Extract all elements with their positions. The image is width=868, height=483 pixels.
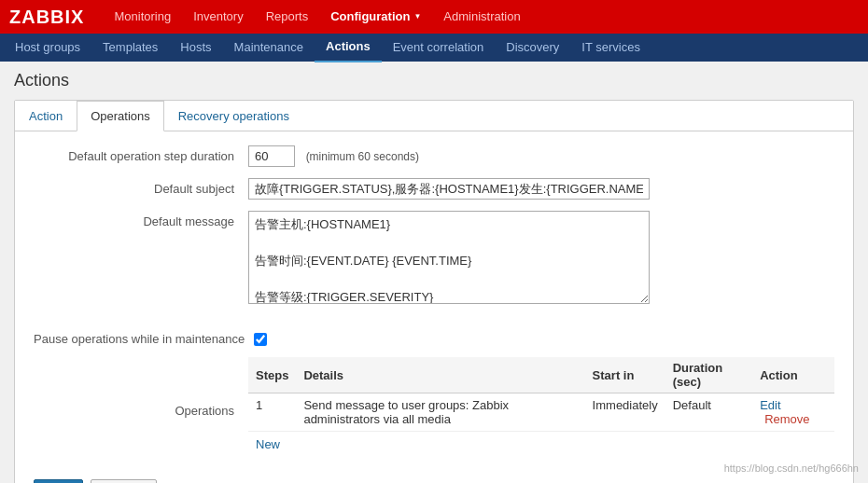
subnav-actions[interactable]: Actions — [315, 33, 382, 62]
subnav-templates[interactable]: Templates — [91, 34, 169, 62]
operations-section: Operations Steps Details Start in Durati… — [34, 357, 834, 461]
nav-monitoring[interactable]: Monitoring — [103, 0, 182, 34]
col-details: Details — [296, 357, 584, 393]
pause-row: Pause operations while in maintenance — [15, 332, 853, 346]
cancel-button[interactable]: Cancel — [91, 479, 156, 483]
duration-input[interactable] — [248, 145, 295, 167]
row-duration: Default — [665, 393, 752, 432]
subject-control — [248, 178, 834, 200]
main-card: Action Operations Recovery operations De… — [14, 100, 854, 483]
watermark: https://blog.csdn.net/hg666hn — [724, 462, 859, 474]
ops-label-row: Operations Steps Details Start in Durati… — [34, 357, 834, 461]
col-action: Action — [752, 357, 834, 393]
new-operation-link[interactable]: New — [248, 437, 280, 451]
message-label: Default message — [34, 211, 248, 228]
operations-table: Steps Details Start in Duration (sec) Ac… — [248, 357, 834, 432]
col-steps: Steps — [248, 357, 296, 393]
tab-operations[interactable]: Operations — [77, 101, 164, 131]
subnav-discovery[interactable]: Discovery — [495, 34, 570, 62]
col-duration: Duration (sec) — [665, 357, 752, 393]
col-start-in: Start in — [585, 357, 665, 393]
subject-row: Default subject — [34, 178, 834, 200]
nav-configuration[interactable]: Configuration — [319, 0, 432, 34]
form-body: Default operation step duration (minimum… — [15, 131, 853, 332]
message-textarea[interactable] — [248, 211, 650, 304]
nav-inventory[interactable]: Inventory — [182, 0, 254, 34]
tab-action[interactable]: Action — [15, 101, 77, 131]
pause-checkbox[interactable] — [254, 333, 267, 346]
duration-label: Default operation step duration — [34, 145, 248, 163]
subnav-hosts[interactable]: Hosts — [169, 34, 222, 62]
nav-reports[interactable]: Reports — [255, 0, 320, 34]
top-bar: ZABBIX Monitoring Inventory Reports Conf… — [0, 0, 868, 34]
message-row: Default message — [34, 211, 834, 307]
row-actions: Edit Remove — [752, 393, 834, 432]
duration-control: (minimum 60 seconds) — [248, 145, 834, 167]
tab-bar: Action Operations Recovery operations — [15, 101, 853, 131]
add-button[interactable]: Add — [34, 479, 83, 483]
ops-table-wrapper: Steps Details Start in Duration (sec) Ac… — [248, 357, 834, 461]
pause-label: Pause operations while in maintenance — [34, 332, 245, 346]
remove-link[interactable]: Remove — [764, 412, 809, 426]
row-step: 1 — [248, 393, 296, 432]
row-details: Send message to user groups: Zabbix admi… — [296, 393, 584, 432]
top-nav: Monitoring Inventory Reports Configurati… — [103, 0, 531, 34]
subject-label: Default subject — [34, 178, 248, 196]
logo: ZABBIX — [9, 7, 84, 28]
ops-label: Operations — [34, 400, 248, 418]
page-title: Actions — [14, 71, 854, 90]
duration-hint: (minimum 60 seconds) — [306, 150, 419, 163]
edit-link[interactable]: Edit — [760, 398, 780, 412]
second-nav: Host groups Templates Hosts Maintenance … — [0, 34, 868, 62]
page: Actions Action Operations Recovery opera… — [0, 62, 868, 483]
table-row: 1 Send message to user groups: Zabbix ad… — [248, 393, 834, 432]
subnav-it-services[interactable]: IT services — [570, 34, 651, 62]
subject-input[interactable] — [248, 178, 650, 200]
message-control — [248, 211, 834, 307]
row-start-in: Immediately — [585, 393, 665, 432]
subnav-host-groups[interactable]: Host groups — [4, 34, 91, 62]
nav-administration[interactable]: Administration — [432, 0, 531, 34]
duration-row: Default operation step duration (minimum… — [34, 145, 834, 167]
subnav-maintenance[interactable]: Maintenance — [223, 34, 315, 62]
subnav-event-correlation[interactable]: Event correlation — [382, 34, 496, 62]
tab-recovery-operations[interactable]: Recovery operations — [164, 101, 303, 131]
